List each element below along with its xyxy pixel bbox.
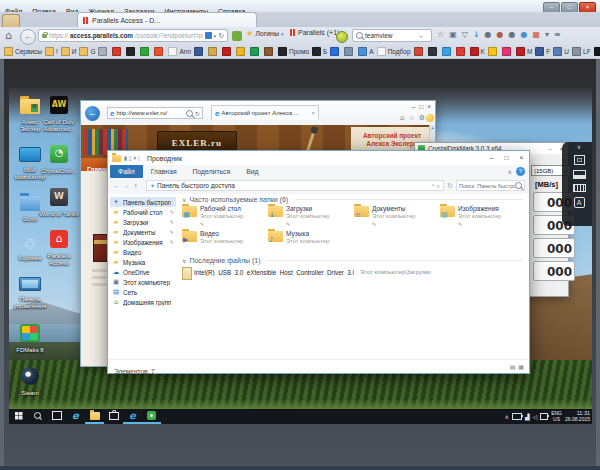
clock[interactable]: 11:31 26.08.2015	[565, 411, 590, 422]
sidebar-item[interactable]: ▰ Музыка	[110, 257, 176, 267]
bookmark-item[interactable]: Ann	[168, 47, 191, 56]
ie-back-button[interactable]: ←	[85, 106, 100, 121]
back-button[interactable]: ←	[20, 29, 36, 45]
folder-tile[interactable]: ≡ Документы Этот компьютер ✎	[354, 205, 440, 230]
minimize-button[interactable]: –	[548, 146, 551, 152]
toolbar-icon[interactable]: ●	[521, 28, 528, 42]
battery-icon[interactable]	[512, 413, 522, 420]
parallels-bookmark[interactable]: Parallels (+1)	[290, 29, 339, 36]
bookmark-item[interactable]	[344, 47, 355, 56]
desktop-icon[interactable]: FDMaks 8	[12, 322, 48, 354]
minimize-button[interactable]: –	[412, 103, 416, 110]
taskbar-app[interactable]: e	[123, 409, 142, 424]
maximize-button[interactable]: □	[419, 103, 423, 110]
ribbon-tab[interactable]: Вид	[238, 165, 266, 178]
sidebar-item[interactable]: ☁ OneDrive	[110, 267, 176, 277]
pinned-tab[interactable]	[2, 14, 20, 28]
bookmark-item[interactable]	[414, 47, 425, 56]
maximize-button[interactable]: □	[499, 151, 514, 164]
sidebar-item[interactable]: ⌂ Домашняя группа	[110, 297, 176, 307]
taskbar-app[interactable]: e	[66, 409, 85, 424]
explorer-search-input[interactable]	[459, 183, 515, 189]
home-icon[interactable]: ⌂	[5, 30, 12, 41]
bookmark-item[interactable]	[194, 47, 205, 56]
url-bar[interactable]: https:// access.parallels.com /console/?…	[38, 29, 228, 42]
bookmark-item[interactable]	[488, 47, 499, 56]
sidebar-item[interactable]: ▰ Загрузки ✎	[110, 217, 176, 227]
bookmark-item[interactable]: А	[358, 47, 373, 56]
taskbar-app[interactable]	[28, 409, 47, 424]
toolbar-icon[interactable]: ▣	[449, 28, 457, 42]
bookmark-item[interactable]: W	[594, 47, 600, 56]
monitor-icon[interactable]	[573, 170, 586, 179]
search-input[interactable]	[365, 32, 415, 39]
taskbar-app[interactable]	[9, 409, 28, 424]
taskbar-app[interactable]	[104, 409, 123, 424]
desktop-icon[interactable]: Call of Duty Advanced...	[39, 96, 79, 132]
help-icon[interactable]: ?	[516, 167, 525, 176]
bookmark-item[interactable]	[236, 47, 247, 56]
bookmark-item[interactable]	[112, 47, 123, 56]
refresh-icon[interactable]: ↻	[195, 110, 200, 117]
folder-tile[interactable]: ▦ Рабочий стол Этот компьютер ✎	[182, 205, 268, 230]
refresh-icon[interactable]: ↻	[447, 178, 453, 194]
close-button[interactable]: ×	[514, 151, 529, 164]
logins-menu[interactable]: ★ Логины ▾	[246, 29, 284, 38]
tray-chevron-icon[interactable]: ∧	[504, 413, 508, 420]
smiley-feedback-icon[interactable]	[426, 114, 434, 122]
explorer-window[interactable]: ▮ ▯ ▾ | Проводник – □ × ФайлГлавнаяПодел…	[107, 150, 530, 374]
close-tab-icon[interactable]: ×	[311, 110, 315, 116]
bookmark-item[interactable]: И	[61, 47, 77, 56]
go-arrow-icon[interactable]: →	[417, 32, 424, 39]
tab-parallels-access[interactable]: Parallels Access - D...	[77, 12, 257, 27]
toolbar-icon[interactable]: ▦	[533, 28, 541, 42]
chevron-down-icon[interactable]: ∨	[436, 178, 440, 194]
sidebar-item[interactable]: ▰ Изображения ✎	[110, 237, 176, 247]
desktop-icon[interactable]: Steam	[12, 367, 48, 397]
chevron-down-icon[interactable]: ∨	[577, 144, 581, 150]
bookmark-item[interactable]: Промо	[278, 47, 309, 56]
desktop-icon[interactable]: Панель управления	[12, 274, 48, 309]
folder-tile[interactable]: ▶ Видео Этот компьютер	[182, 230, 268, 255]
addon-clock-icon[interactable]	[336, 31, 348, 43]
chevron-down-icon[interactable]: ∨	[182, 196, 186, 203]
address-bar[interactable]: ✦ Панель быстрого доступа › ∨	[146, 180, 444, 191]
desktop-icon[interactable]: CrystalDisk...	[39, 145, 79, 175]
bookmark-item[interactable]: Б	[312, 47, 327, 56]
forward-icon[interactable]: →	[123, 178, 130, 194]
text-input-icon[interactable]: A	[574, 197, 585, 208]
favorites-star-icon[interactable]: ☆	[408, 114, 414, 122]
remote-desktop[interactable]: Алекс Экслер Мой компьютер Фото ♲ Корзин…	[9, 88, 592, 424]
language-indicator[interactable]: ENG US	[551, 411, 562, 422]
folder-tile[interactable]: ♪ Музыка Этот компьютер	[268, 230, 354, 255]
bookmark-item[interactable]	[264, 47, 275, 56]
bookmark-item[interactable]: G	[79, 47, 95, 56]
chevron-down-icon[interactable]: ∨	[182, 257, 186, 264]
bookmark-item[interactable]	[456, 47, 467, 56]
up-icon[interactable]: ↑	[134, 178, 138, 194]
folder-tile[interactable]: ▧ Изображения Этот компьютер ✎	[440, 205, 526, 230]
bookmark-item[interactable]: Сервисы	[4, 47, 42, 56]
taskbar-app[interactable]	[85, 409, 104, 424]
bookmark-item[interactable]	[222, 47, 233, 56]
taskbar-app[interactable]	[47, 409, 66, 424]
wot-addon-icon[interactable]	[232, 31, 242, 41]
recent-file-row[interactable]: Intel(R)_USB_3.0_eXtensible_Host_Control…	[182, 267, 526, 280]
quick-access-toolbar[interactable]: ▮ ▯ ▾ |	[124, 155, 140, 161]
desktop-icon[interactable]: Parallels Access	[39, 230, 79, 266]
bookmark-item[interactable]: K	[470, 47, 485, 56]
toolbar-icon[interactable]: ▾	[545, 28, 549, 42]
ribbon-collapse-icon[interactable]: ∧	[508, 168, 512, 175]
bookmark-item[interactable]: U	[553, 47, 569, 56]
toolbar-icon[interactable]: ●	[509, 28, 516, 42]
bookmark-item[interactable]: M	[516, 47, 532, 56]
close-button[interactable]: ×	[427, 103, 431, 110]
bookmark-item[interactable]	[250, 47, 261, 56]
toolbar-icon[interactable]: ●	[497, 28, 504, 42]
bookmark-item[interactable]	[442, 47, 453, 56]
ribbon-tab[interactable]: Поделиться	[185, 165, 239, 178]
bookmark-item[interactable]	[154, 47, 165, 56]
bookmark-item[interactable]	[126, 47, 137, 56]
bookmark-item[interactable]	[428, 47, 439, 56]
volume-icon[interactable]: ◁	[533, 413, 538, 420]
